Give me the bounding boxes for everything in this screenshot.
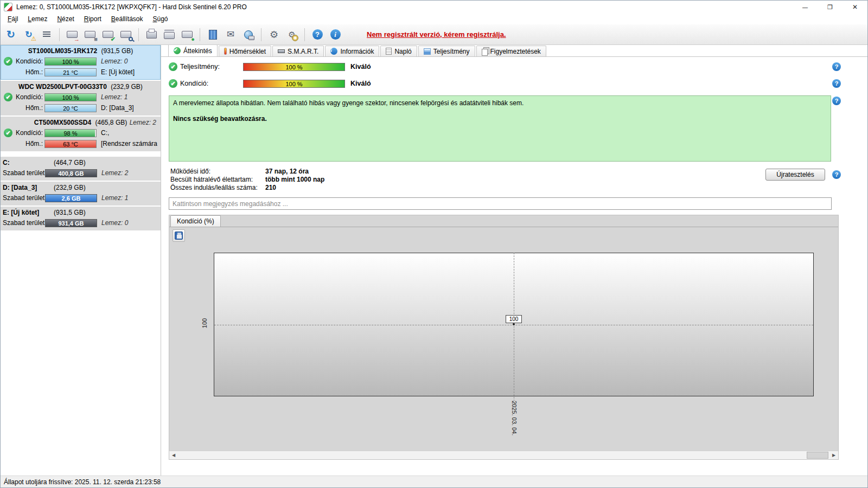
chart-point-marker [513, 323, 515, 325]
statusbar: Állapot utoljára frissítve: 2025. 11. 12… [1, 476, 867, 487]
tab-alerts[interactable]: Figyelmeztetések [476, 46, 546, 56]
sidebar-partition-item-d[interactable]: D: [Data_3] (232,9 GB) Szabad terület 2,… [1, 182, 161, 206]
ok-icon [169, 62, 177, 71]
sidebar-partition-item-c[interactable]: C: (464,7 GB) Szabad terület 400,8 GB Le… [1, 157, 161, 181]
disk-number: Lemez: 0 [101, 57, 157, 65]
sidebar-disk-item-0[interactable]: ST1000LM035-1RK172 (931,5 GB) Kondíció: … [1, 45, 161, 80]
free-space-bar: 400,8 GB [45, 169, 97, 177]
help-icon[interactable] [310, 28, 324, 42]
tab-log[interactable]: Napló [380, 46, 417, 56]
tab-information[interactable]: Információk [325, 46, 379, 56]
report-notebook-icon[interactable] [206, 28, 220, 42]
retest-button[interactable]: Újratesztelés [765, 169, 825, 181]
condition-gauge: 100 % [243, 80, 345, 88]
info-icon[interactable] [328, 28, 342, 42]
web-disk-icon[interactable] [241, 28, 256, 42]
disk-number: Lemez: 1 [101, 93, 157, 101]
toolbar-separator [138, 28, 139, 41]
tab-smart[interactable]: S.M.A.R.T. [272, 46, 324, 56]
register-notice-link[interactable]: Nem regisztrált verzió, kérem regisztrál… [367, 30, 506, 38]
check-icon [174, 47, 181, 54]
sidebar: ST1000LM035-1RK172 (931,5 GB) Kondíció: … [1, 45, 161, 476]
disk-remove-icon[interactable]: → [65, 28, 79, 42]
info-icon [330, 48, 337, 55]
scroll-thumb[interactable] [807, 452, 828, 459]
tab-overview[interactable]: Áttekintés [168, 45, 218, 56]
help-icon[interactable] [832, 170, 841, 179]
comment-input[interactable] [169, 197, 832, 210]
chart-x-tick-label: 2025. 03. 04. [511, 401, 518, 435]
status-text: Állapot utoljára frissítve: 2025. 11. 12… [4, 478, 161, 486]
disk-number: Lemez: 2 [101, 169, 157, 177]
app-window: Lemez: 0, ST1000LM035-1RK172 [WKPXQFK7] … [0, 0, 868, 488]
chart-cursor-line [514, 253, 514, 404]
close-button[interactable] [843, 1, 867, 14]
help-icon[interactable] [832, 97, 841, 105]
thermometer-icon [224, 48, 227, 55]
partition-size: (464,7 GB) [54, 159, 86, 166]
help-icon[interactable] [832, 79, 841, 88]
network-disk-icon[interactable]: ● [180, 28, 194, 42]
main-area: ST1000LM035-1RK172 (931,5 GB) Kondíció: … [1, 45, 867, 476]
sidebar-disk-item-2[interactable]: CT500MX500SSD4 (465,8 GB) Lemez: 2 Kondí… [1, 117, 161, 151]
caption-buttons [793, 1, 867, 14]
health-ok-icon [4, 93, 12, 101]
save-icon [175, 232, 183, 240]
free-space-label: Szabad terület [3, 219, 45, 227]
sidebar-partition-item-e[interactable]: E: [Új kötet] (931,5 GB) Szabad terület … [1, 207, 161, 230]
sidebar-disk-item-1[interactable]: WDC WD2500LPVT-00G33T0 (232,9 GB) Kondíc… [1, 81, 161, 115]
menu-settings[interactable]: Beállítások [106, 14, 148, 24]
menu-file[interactable]: Fájl [3, 14, 23, 24]
temperature-bar: 63 °C [44, 140, 97, 148]
alerts-icon [482, 49, 488, 56]
scroll-track[interactable] [178, 451, 829, 459]
menu-report[interactable]: Riport [79, 14, 106, 24]
minimize-button[interactable] [793, 1, 818, 14]
save-chart-button[interactable] [173, 229, 185, 242]
temperature-bar: 21 °C [44, 68, 97, 76]
temp-label: Hőm.: [15, 68, 43, 76]
condition-label: Kondíció: [15, 129, 43, 137]
condition-bar: 98 % [44, 129, 97, 137]
disk-number: Lemez: 2 [130, 119, 156, 126]
chart-tab-condition[interactable]: Kondíció (%) [170, 215, 221, 227]
print-icon[interactable] [144, 28, 158, 42]
scroll-left-arrow[interactable]: ◀ [169, 451, 178, 459]
refresh-warning-icon[interactable] [22, 28, 36, 42]
disk-search-icon[interactable] [119, 28, 133, 42]
menu-help[interactable]: Súgó [148, 14, 173, 24]
menu-disk[interactable]: Lemez [23, 14, 52, 24]
settings-icon[interactable] [267, 28, 281, 42]
scroll-right-arrow[interactable]: ▶ [829, 451, 838, 459]
disk-offline-icon[interactable]: ■ [83, 28, 97, 42]
maximize-button[interactable] [818, 1, 843, 14]
free-space-bar: 2,6 GB [45, 194, 97, 202]
disk-stack-icon[interactable] [162, 28, 176, 42]
partition-name: C: [3, 159, 54, 166]
condition-bar: 100 % [44, 57, 97, 66]
disk-number: Lemez: 0 [101, 219, 157, 227]
help-icon[interactable] [832, 62, 841, 71]
disk-volumes: D: [Data_3] [101, 104, 157, 112]
disk-size: (931,5 GB) [101, 47, 133, 55]
temp-label: Hőm.: [15, 140, 43, 147]
tab-performance[interactable]: Teljesítmény [418, 46, 475, 56]
smart-icon [278, 49, 285, 53]
health-ok-icon [4, 129, 12, 137]
mail-icon[interactable] [224, 28, 238, 42]
condition-row: Kondíció: 100 % Kiváló [169, 79, 371, 88]
refresh-icon[interactable] [4, 28, 18, 42]
menu-view[interactable]: Nézet [52, 14, 79, 24]
report-list-icon[interactable] [40, 28, 54, 42]
disk-settings-icon[interactable] [285, 28, 299, 42]
disk-ok-icon[interactable]: ✔ [101, 28, 115, 42]
condition-chart-panel: Kondíció (%) 100 100 2025. 03. 04. ◀ ▶ [169, 215, 839, 460]
health-action-text: Nincs szükség beavatkozásra. [173, 115, 827, 123]
toolbar-separator [200, 28, 200, 41]
log-icon [386, 48, 392, 55]
tab-temperature[interactable]: Hőmérséklet [219, 46, 271, 56]
performance-rating: Kiváló [350, 63, 371, 70]
app-icon [4, 3, 12, 11]
temperature-bar: 20 °C [44, 104, 97, 112]
disk-size: (232,9 GB) [111, 83, 143, 91]
